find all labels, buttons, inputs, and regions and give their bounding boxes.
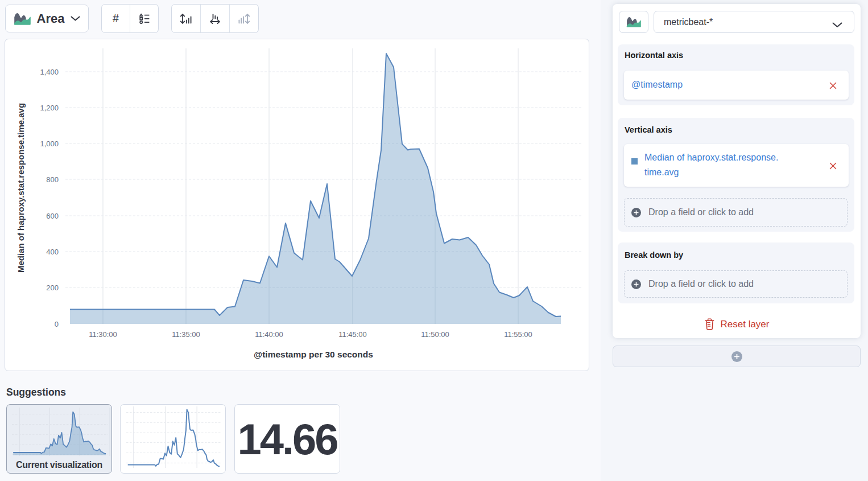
svg-text:11:35:00: 11:35:00 — [172, 330, 200, 339]
svg-text:200: 200 — [46, 283, 59, 292]
svg-text:11:55:00: 11:55:00 — [504, 330, 532, 339]
svg-text:11:40:00: 11:40:00 — [255, 330, 283, 339]
svg-text:0: 0 — [55, 320, 59, 328]
svg-text:600: 600 — [46, 212, 59, 220]
svg-text:400: 400 — [46, 248, 59, 256]
svg-text:11:45:00: 11:45:00 — [338, 330, 367, 339]
svg-text:1,000: 1,000 — [40, 139, 59, 148]
svg-text:Median of haproxy.stat.respons: Median of haproxy.stat.response.time.avg — [16, 103, 26, 273]
svg-text:1,200: 1,200 — [40, 104, 59, 112]
svg-text:@timestamp per 30 seconds: @timestamp per 30 seconds — [254, 350, 373, 359]
svg-text:1,400: 1,400 — [40, 68, 59, 76]
svg-text:11:30:00: 11:30:00 — [89, 330, 117, 339]
svg-text:11:50:00: 11:50:00 — [421, 330, 449, 339]
svg-text:800: 800 — [46, 175, 59, 184]
